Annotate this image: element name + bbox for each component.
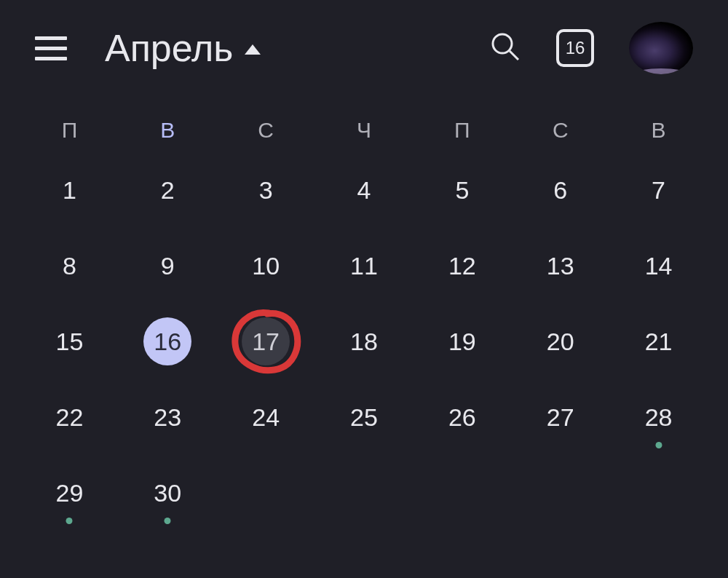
day-number: 15: [56, 328, 84, 355]
day-number: 1: [63, 176, 76, 204]
calendar-day[interactable]: 24: [217, 397, 315, 437]
calendar-day-empty: [315, 473, 414, 512]
calendar-day[interactable]: 1: [20, 170, 119, 210]
day-number: 29: [56, 479, 84, 507]
calendar-day[interactable]: 12: [413, 246, 511, 285]
day-number: 27: [547, 403, 574, 431]
weekday-label: Ч: [315, 118, 414, 143]
day-number: 30: [154, 479, 181, 507]
calendar-day[interactable]: 29: [20, 473, 119, 512]
svg-line-1: [510, 51, 518, 60]
calendar-day[interactable]: 11: [315, 246, 414, 285]
day-number: 21: [645, 328, 673, 355]
calendar-day[interactable]: 13: [511, 246, 609, 285]
search-icon[interactable]: [489, 31, 521, 66]
calendar-day[interactable]: 18: [315, 322, 414, 361]
avatar[interactable]: [629, 22, 693, 74]
chevron-up-icon: [245, 44, 261, 55]
menu-icon[interactable]: [35, 31, 70, 66]
day-number: 5: [455, 176, 469, 204]
event-dot-icon: [655, 442, 662, 448]
calendar-day[interactable]: 3: [217, 170, 315, 210]
today-number: 16: [566, 38, 585, 58]
day-number: 20: [547, 328, 574, 355]
calendar-day[interactable]: 4: [315, 170, 414, 210]
calendar-day[interactable]: 5: [413, 170, 511, 210]
month-selector[interactable]: Апрель: [105, 26, 454, 70]
day-number: 28: [645, 403, 673, 431]
calendar-day[interactable]: 23: [119, 397, 217, 437]
day-number: 9: [161, 252, 175, 280]
calendar-day[interactable]: 15: [20, 322, 119, 361]
day-number: 13: [547, 252, 574, 280]
day-number: 7: [652, 176, 665, 204]
calendar-day[interactable]: 21: [609, 322, 708, 361]
calendar-day[interactable]: 27: [511, 397, 609, 437]
today-button[interactable]: 16: [556, 29, 594, 67]
calendar-day[interactable]: 16: [119, 322, 217, 361]
calendar-day[interactable]: 14: [609, 246, 708, 285]
calendar-day[interactable]: 8: [20, 246, 119, 285]
day-number: 18: [350, 328, 378, 355]
calendar-day-empty: [511, 473, 609, 512]
calendar-day[interactable]: 17: [217, 322, 315, 361]
weekday-label: В: [119, 118, 217, 143]
day-number: 25: [350, 403, 378, 431]
day-number: 16: [143, 317, 191, 365]
calendar-day-empty: [609, 473, 708, 512]
day-number: 26: [448, 403, 476, 431]
event-dot-icon: [165, 518, 171, 524]
calendar-day[interactable]: 7: [609, 170, 708, 210]
day-number: 24: [252, 403, 280, 431]
weekday-label: В: [609, 118, 708, 143]
day-number: 2: [161, 176, 175, 204]
weekday-label: П: [413, 118, 511, 143]
calendar-day[interactable]: 20: [511, 322, 609, 361]
calendar-day-empty: [217, 473, 315, 512]
day-number: 19: [448, 328, 476, 355]
calendar-day[interactable]: 10: [217, 246, 315, 285]
calendar-day[interactable]: 6: [511, 170, 609, 210]
calendar-day[interactable]: 19: [413, 322, 511, 361]
day-number: 22: [56, 403, 84, 431]
day-number: 12: [448, 252, 476, 280]
svg-point-0: [493, 34, 512, 53]
day-number: 17: [242, 317, 290, 365]
day-number: 4: [357, 176, 371, 204]
calendar-day[interactable]: 9: [119, 246, 217, 285]
event-dot-icon: [66, 518, 73, 524]
calendar: ПВСЧПСВ 12345678910111213141516171819202…: [0, 89, 728, 512]
day-number: 10: [252, 252, 280, 280]
day-number: 8: [63, 252, 76, 280]
weekday-row: ПВСЧПСВ: [20, 118, 708, 143]
month-label: Апрель: [105, 26, 233, 70]
header-actions: 16: [489, 22, 693, 74]
day-number: 14: [645, 252, 673, 280]
calendar-day[interactable]: 25: [315, 397, 414, 437]
day-number: 3: [259, 176, 273, 204]
calendar-day[interactable]: 28: [609, 397, 708, 437]
calendar-grid: 1234567891011121314151617181920212223242…: [20, 170, 708, 512]
weekday-label: П: [20, 118, 119, 143]
calendar-day[interactable]: 26: [413, 397, 511, 437]
day-number: 6: [553, 176, 567, 204]
calendar-day-empty: [413, 473, 511, 512]
app-header: Апрель 16: [0, 0, 728, 89]
calendar-day[interactable]: 22: [20, 397, 119, 437]
day-number: 11: [350, 252, 378, 280]
day-number: 23: [154, 403, 181, 431]
weekday-label: С: [511, 118, 609, 143]
weekday-label: С: [217, 118, 315, 143]
calendar-day[interactable]: 30: [119, 473, 217, 512]
calendar-day[interactable]: 2: [119, 170, 217, 210]
